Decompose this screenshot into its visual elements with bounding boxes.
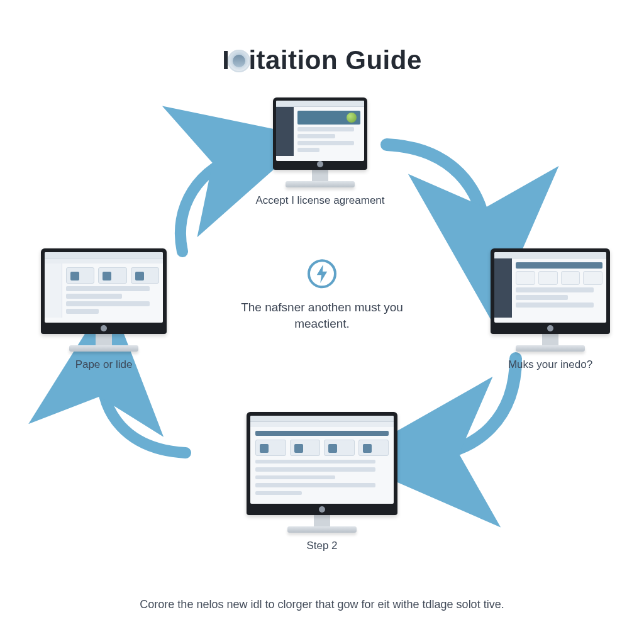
step-top-caption: Accept I license agreament <box>254 194 386 207</box>
monitor-icon <box>491 248 610 352</box>
arrow-bottom-to-left-icon <box>91 355 198 465</box>
monitor-icon <box>273 97 367 187</box>
step-bottom: Step 2 <box>228 412 416 552</box>
footer-text: Corore the nelos new idl to clorger that… <box>0 598 644 611</box>
logo-icon <box>228 50 250 72</box>
arrow-left-to-top-icon <box>164 145 258 260</box>
page-title: Iitaition Guide <box>0 45 644 75</box>
center-text: The nafsner anothen must you meactient. <box>228 299 416 331</box>
title-suffix: itaition Guide <box>248 45 421 75</box>
step-right: Muks your inedo? <box>484 248 616 371</box>
arrow-top-to-right-icon <box>380 135 500 264</box>
center-core: The nafsner anothen must you meactient. <box>228 259 416 331</box>
lightning-circle-icon <box>308 259 336 288</box>
step-bottom-caption: Step 2 <box>228 539 416 552</box>
monitor-icon <box>247 412 397 533</box>
step-left-caption: Pape or lide <box>38 358 170 371</box>
monitor-icon <box>41 248 167 352</box>
step-top: Accept I license agreament <box>254 97 386 207</box>
step-right-caption: Muks your inedo? <box>484 358 616 371</box>
step-left: Pape or lide <box>38 248 170 371</box>
